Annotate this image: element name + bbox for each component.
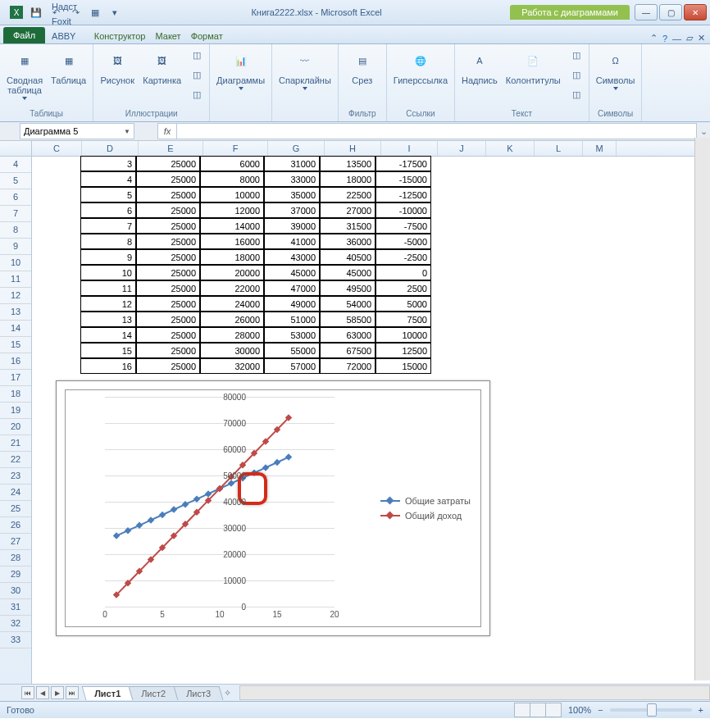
- row-header[interactable]: 5: [0, 173, 31, 189]
- cell[interactable]: 45000: [320, 265, 375, 280]
- row-header[interactable]: 4: [0, 157, 31, 173]
- smartart-icon[interactable]: ◫: [188, 66, 206, 84]
- zoom-level[interactable]: 100%: [568, 705, 591, 715]
- fx-button[interactable]: fx: [157, 123, 177, 139]
- cell[interactable]: 39000: [264, 218, 320, 234]
- clipart-button[interactable]: 🖼Картинка: [139, 46, 184, 87]
- cell[interactable]: 18000: [200, 249, 264, 265]
- column-header-F[interactable]: F: [203, 141, 268, 156]
- qat-custom-icon[interactable]: ▦: [87, 4, 103, 20]
- cell[interactable]: 25000: [136, 327, 200, 343]
- chart-tab-конструктор[interactable]: Конструктор: [89, 29, 151, 43]
- cell[interactable]: 53000: [264, 327, 320, 343]
- pivot-button[interactable]: ▦Сводная таблица: [3, 46, 46, 102]
- legend-item-costs[interactable]: Общие затраты: [380, 496, 471, 506]
- cell[interactable]: -10000: [375, 202, 431, 218]
- cell[interactable]: 33000: [264, 171, 320, 187]
- cell[interactable]: 12: [80, 296, 136, 312]
- cell[interactable]: 63000: [320, 327, 375, 343]
- cell[interactable]: 25000: [136, 156, 200, 171]
- cell[interactable]: 36000: [320, 234, 375, 249]
- cell[interactable]: 25000: [136, 234, 200, 249]
- cell[interactable]: 31000: [264, 156, 320, 171]
- save-icon[interactable]: 💾: [28, 4, 44, 20]
- row-header[interactable]: 9: [0, 239, 31, 255]
- smartart-icon[interactable]: ◫: [567, 66, 585, 84]
- cell[interactable]: -12500: [375, 187, 431, 202]
- charts-button[interactable]: 📊Диаграммы: [213, 46, 268, 92]
- page-break-view-icon[interactable]: [545, 703, 562, 717]
- column-header-L[interactable]: L: [535, 141, 583, 156]
- cell[interactable]: 16000: [200, 234, 264, 249]
- cell[interactable]: 67500: [320, 343, 375, 358]
- minimize-ribbon-icon[interactable]: ⌃: [650, 33, 658, 43]
- chart-data-marker[interactable]: [171, 506, 177, 512]
- chart-data-marker[interactable]: [274, 459, 280, 466]
- row-header[interactable]: 8: [0, 222, 31, 239]
- cell[interactable]: 5: [80, 187, 136, 202]
- cell[interactable]: 35000: [264, 187, 320, 202]
- chart-data-marker[interactable]: [228, 480, 234, 486]
- hyperlink-button[interactable]: 🌐Гиперссылка: [390, 46, 451, 87]
- cell[interactable]: 3: [80, 156, 136, 171]
- cell[interactable]: 5000: [375, 296, 431, 312]
- minimize-button[interactable]: —: [635, 4, 658, 20]
- cell[interactable]: 25000: [136, 171, 200, 187]
- cell[interactable]: -5000: [375, 234, 431, 249]
- slicer-button[interactable]: ▤Срез: [342, 46, 383, 87]
- page-layout-view-icon[interactable]: [530, 703, 546, 717]
- sheet-last-icon[interactable]: ⏭: [66, 686, 79, 699]
- cell[interactable]: 25000: [136, 249, 200, 265]
- column-header-I[interactable]: I: [381, 141, 438, 156]
- cell[interactable]: -15000: [375, 171, 431, 187]
- cell[interactable]: 0: [375, 265, 431, 280]
- zoom-slider[interactable]: [610, 708, 692, 712]
- cell[interactable]: 25000: [136, 202, 200, 218]
- cell[interactable]: 25000: [136, 218, 200, 234]
- cell[interactable]: 8: [80, 234, 136, 249]
- cell[interactable]: 37000: [264, 202, 320, 218]
- row-header[interactable]: 7: [0, 206, 31, 222]
- name-box-dropdown-icon[interactable]: ▼: [124, 128, 130, 135]
- cell[interactable]: -7500: [375, 218, 431, 234]
- row-header[interactable]: 30: [0, 583, 31, 599]
- row-header[interactable]: 24: [0, 485, 31, 501]
- cell[interactable]: 41000: [264, 234, 320, 249]
- cell[interactable]: 22500: [320, 187, 375, 202]
- worksheet-grid[interactable]: CDEFGHIJKLM 4567891011121314151617181920…: [0, 141, 710, 684]
- doc-close-icon[interactable]: ✕: [698, 33, 705, 43]
- cell[interactable]: 2500: [375, 280, 431, 296]
- cell[interactable]: 15000: [375, 358, 431, 374]
- column-header-D[interactable]: D: [82, 141, 139, 156]
- cell[interactable]: 11: [80, 280, 136, 296]
- sheet-tab-Лист2[interactable]: Лист2: [129, 686, 179, 700]
- close-button[interactable]: ✕: [684, 4, 707, 20]
- cell[interactable]: 57000: [264, 358, 320, 374]
- chart-data-marker[interactable]: [148, 516, 154, 523]
- chart-data-marker[interactable]: [159, 512, 166, 518]
- row-header[interactable]: 19: [0, 403, 31, 419]
- chart-data-marker[interactable]: [125, 527, 131, 534]
- ribbon-tab-надст[interactable]: Надст: [47, 0, 83, 14]
- chart-data-marker[interactable]: [205, 490, 212, 497]
- symbol-button[interactable]: ΩСимволы: [593, 46, 639, 92]
- row-header[interactable]: 14: [0, 321, 31, 337]
- doc-minimize-icon[interactable]: —: [672, 34, 681, 43]
- chart-data-marker[interactable]: [193, 496, 200, 503]
- row-header[interactable]: 22: [0, 452, 31, 468]
- zoom-in-icon[interactable]: +: [699, 705, 703, 715]
- cell[interactable]: 25000: [136, 296, 200, 312]
- cell[interactable]: 31500: [320, 218, 375, 234]
- zoom-out-icon[interactable]: −: [598, 705, 603, 715]
- cell[interactable]: 8000: [200, 171, 264, 187]
- cell[interactable]: 13: [80, 312, 136, 327]
- ribbon-tab-foxit[interactable]: Foxit: [47, 14, 83, 29]
- sheet-next-icon[interactable]: ▶: [51, 686, 64, 699]
- sheet-first-icon[interactable]: ⏮: [21, 686, 34, 699]
- cell[interactable]: 43000: [264, 249, 320, 265]
- cell[interactable]: 25000: [136, 312, 200, 327]
- new-sheet-icon[interactable]: ✧: [224, 688, 231, 698]
- legend-item-income[interactable]: Общий доход: [380, 511, 471, 521]
- maximize-button[interactable]: ▢: [659, 4, 682, 20]
- cell[interactable]: 27000: [320, 202, 375, 218]
